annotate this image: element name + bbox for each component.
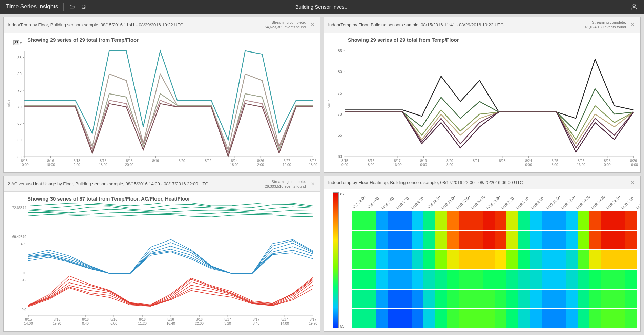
heat-cell[interactable]: [447, 211, 459, 230]
heat-cell[interactable]: [613, 270, 625, 289]
heat-cell[interactable]: [506, 211, 518, 230]
heat-cell[interactable]: [459, 231, 471, 249]
close-icon[interactable]: ✕: [309, 181, 316, 187]
heat-cell[interactable]: [483, 309, 495, 328]
heat-cell[interactable]: [554, 231, 566, 249]
heat-cell[interactable]: [518, 309, 530, 328]
heat-cell[interactable]: [506, 231, 518, 249]
heat-cell[interactable]: [542, 309, 554, 328]
heat-cell[interactable]: [352, 250, 364, 269]
save-icon[interactable]: [81, 4, 87, 10]
heat-cell[interactable]: [601, 290, 613, 308]
heat-cell[interactable]: [352, 270, 364, 289]
heat-cell[interactable]: [554, 250, 566, 269]
heat-cell[interactable]: [412, 211, 423, 230]
heat-cell[interactable]: [423, 270, 435, 289]
heat-cell[interactable]: [423, 211, 435, 230]
heat-cell[interactable]: [625, 270, 637, 289]
heat-cell[interactable]: [423, 250, 435, 269]
heat-cell[interactable]: [364, 231, 376, 249]
heat-cell[interactable]: [589, 290, 601, 308]
heat-cell[interactable]: [566, 290, 578, 308]
heat-cell[interactable]: [518, 270, 530, 289]
heat-cell[interactable]: [364, 250, 376, 269]
chart-body[interactable]: 87 53 8/17 22:008/18 0:508/18 3:408/18 6…: [324, 189, 641, 332]
heat-cell[interactable]: [542, 211, 554, 230]
heat-cell[interactable]: [471, 270, 483, 289]
heat-cell[interactable]: [589, 211, 601, 230]
heat-cell[interactable]: [518, 290, 530, 308]
heat-cell[interactable]: [471, 309, 483, 328]
heat-cell[interactable]: [435, 250, 447, 269]
heat-cell[interactable]: [566, 250, 578, 269]
heat-cell[interactable]: [483, 231, 495, 249]
heat-cell[interactable]: [506, 290, 518, 308]
heat-cell[interactable]: [566, 211, 578, 230]
heat-cell[interactable]: [459, 290, 471, 308]
user-icon[interactable]: [630, 3, 638, 11]
open-icon[interactable]: [69, 4, 75, 10]
heat-cell[interactable]: [554, 309, 566, 328]
heat-cell[interactable]: [506, 309, 518, 328]
heat-cell[interactable]: [554, 211, 566, 230]
heat-cell[interactable]: [376, 231, 388, 249]
heat-cell[interactable]: [352, 231, 364, 249]
heat-cell[interactable]: [495, 309, 506, 328]
heat-cell[interactable]: [625, 231, 637, 249]
heat-cell[interactable]: [459, 250, 471, 269]
heat-cell[interactable]: [412, 290, 423, 308]
heat-cell[interactable]: [376, 309, 388, 328]
heat-cell[interactable]: [578, 270, 589, 289]
heat-cell[interactable]: [578, 250, 589, 269]
heat-cell[interactable]: [518, 231, 530, 249]
heat-cell[interactable]: [435, 211, 447, 230]
chart-body[interactable]: Showing 29 series of 29 total from Temp/…: [324, 33, 641, 172]
heat-cell[interactable]: [530, 231, 542, 249]
heat-cell[interactable]: [400, 309, 412, 328]
heat-cell[interactable]: [388, 231, 400, 249]
heat-cell[interactable]: [388, 250, 400, 269]
heat-cell[interactable]: [376, 270, 388, 289]
heat-cell[interactable]: [447, 231, 459, 249]
close-icon[interactable]: ✕: [309, 21, 316, 28]
heat-cell[interactable]: [459, 211, 471, 230]
heat-cell[interactable]: [589, 270, 601, 289]
heat-cell[interactable]: [483, 290, 495, 308]
heat-cell[interactable]: [471, 231, 483, 249]
heat-cell[interactable]: [518, 250, 530, 269]
heat-cell[interactable]: [423, 231, 435, 249]
heat-cell[interactable]: [601, 231, 613, 249]
heat-cell[interactable]: [589, 250, 601, 269]
line-chart[interactable]: 606570758085value8/150:008/168:008/1716:…: [324, 44, 641, 172]
heat-cell[interactable]: [471, 290, 483, 308]
heat-cell[interactable]: [589, 309, 601, 328]
heat-cell[interactable]: [601, 309, 613, 328]
heat-cell[interactable]: [554, 290, 566, 308]
heat-cell[interactable]: [447, 290, 459, 308]
heat-cell[interactable]: [530, 211, 542, 230]
heat-cell[interactable]: [625, 211, 637, 230]
heat-cell[interactable]: [530, 290, 542, 308]
heat-cell[interactable]: [459, 309, 471, 328]
heat-cell[interactable]: [495, 211, 506, 230]
heat-cell[interactable]: [388, 290, 400, 308]
heat-cell[interactable]: [412, 309, 423, 328]
heat-cell[interactable]: [447, 250, 459, 269]
heat-cell[interactable]: [613, 309, 625, 328]
heat-cell[interactable]: [471, 250, 483, 269]
heat-cell[interactable]: [483, 211, 495, 230]
chart-body[interactable]: Showing 29 series of 29 total from Temp/…: [4, 33, 320, 172]
heat-cell[interactable]: [506, 250, 518, 269]
close-icon[interactable]: ✕: [629, 21, 636, 28]
heat-cell[interactable]: [352, 309, 364, 328]
heat-cell[interactable]: [542, 270, 554, 289]
close-icon[interactable]: ✕: [629, 179, 636, 186]
heat-cell[interactable]: [495, 270, 506, 289]
heat-cell[interactable]: [578, 309, 589, 328]
heat-cell[interactable]: [530, 250, 542, 269]
heatmap-grid[interactable]: [352, 211, 637, 328]
heat-cell[interactable]: [625, 309, 637, 328]
heat-cell[interactable]: [447, 309, 459, 328]
line-chart[interactable]: 55606570758085value8/1510:008/1618:008/1…: [4, 44, 320, 172]
heat-cell[interactable]: [364, 211, 376, 230]
